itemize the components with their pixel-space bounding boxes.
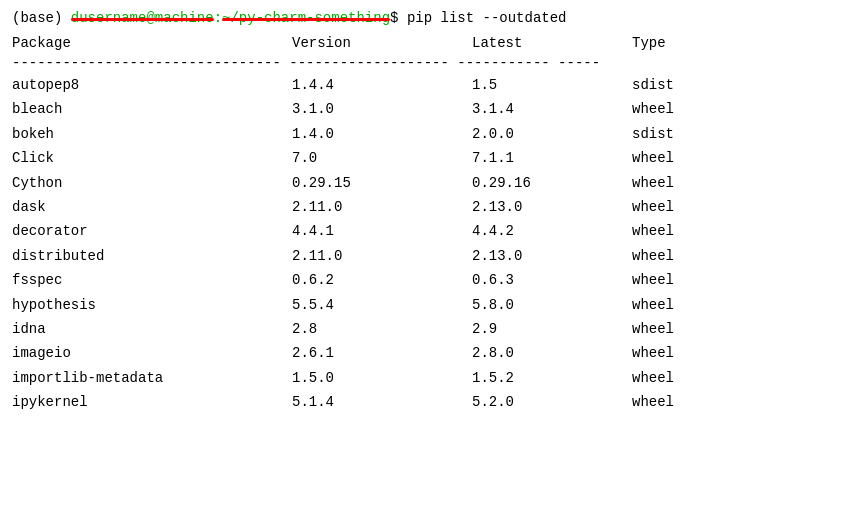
cell-latest-7: 2.13.0: [472, 245, 632, 267]
table-row: fsspec0.6.20.6.3wheel: [12, 268, 841, 292]
cell-version-5: 2.11.0: [292, 196, 472, 218]
cell-type-4: wheel: [632, 172, 732, 194]
prompt-colon: :: [214, 10, 222, 26]
cell-package-11: imageio: [12, 342, 292, 364]
cell-latest-9: 5.8.0: [472, 294, 632, 316]
cell-latest-2: 2.0.0: [472, 123, 632, 145]
cell-package-0: autopep8: [12, 74, 292, 96]
command-text: pip list --outdated: [407, 10, 567, 26]
table-header-row: Package Version Latest Type: [12, 33, 841, 53]
table-row: ipykernel5.1.45.2.0wheel: [12, 390, 841, 414]
cell-type-2: sdist: [632, 123, 732, 145]
cell-latest-8: 0.6.3: [472, 269, 632, 291]
prompt-line: (base) dusername@machine:~/py-charm-some…: [12, 8, 841, 29]
cell-version-13: 5.1.4: [292, 391, 472, 413]
table-row: imageio2.6.12.8.0wheel: [12, 341, 841, 365]
table-body: autopep81.4.41.5sdistbleach3.1.03.1.4whe…: [12, 73, 841, 414]
table-row: importlib-metadata1.5.01.5.2wheel: [12, 366, 841, 390]
cell-type-5: wheel: [632, 196, 732, 218]
table-row: bleach3.1.03.1.4wheel: [12, 97, 841, 121]
cell-package-2: bokeh: [12, 123, 292, 145]
cell-package-13: ipykernel: [12, 391, 292, 413]
cell-type-12: wheel: [632, 367, 732, 389]
cell-package-6: decorator: [12, 220, 292, 242]
cell-package-8: fsspec: [12, 269, 292, 291]
cell-type-10: wheel: [632, 318, 732, 340]
cell-version-2: 1.4.0: [292, 123, 472, 145]
col-header-latest: Latest: [472, 35, 632, 51]
cell-latest-3: 7.1.1: [472, 147, 632, 169]
cell-version-1: 3.1.0: [292, 98, 472, 120]
cell-type-11: wheel: [632, 342, 732, 364]
table-row: dask2.11.02.13.0wheel: [12, 195, 841, 219]
table-row: autopep81.4.41.5sdist: [12, 73, 841, 97]
cell-version-12: 1.5.0: [292, 367, 472, 389]
table-row: idna2.82.9wheel: [12, 317, 841, 341]
table-row: decorator4.4.14.4.2wheel: [12, 219, 841, 243]
cell-latest-11: 2.8.0: [472, 342, 632, 364]
cell-type-3: wheel: [632, 147, 732, 169]
cell-package-4: Cython: [12, 172, 292, 194]
cell-version-3: 7.0: [292, 147, 472, 169]
cell-package-12: importlib-metadata: [12, 367, 292, 389]
cell-type-8: wheel: [632, 269, 732, 291]
terminal-window: (base) dusername@machine:~/py-charm-some…: [0, 0, 853, 516]
prompt-base: (base): [12, 10, 71, 26]
cell-version-4: 0.29.15: [292, 172, 472, 194]
cell-latest-12: 1.5.2: [472, 367, 632, 389]
cell-package-7: distributed: [12, 245, 292, 267]
cell-version-9: 5.5.4: [292, 294, 472, 316]
col-header-version: Version: [292, 35, 472, 51]
cell-latest-13: 5.2.0: [472, 391, 632, 413]
col-header-type: Type: [632, 35, 732, 51]
table-row: Click7.07.1.1wheel: [12, 146, 841, 170]
username-redacted: dusername@machine: [71, 8, 214, 29]
cell-version-11: 2.6.1: [292, 342, 472, 364]
cell-type-1: wheel: [632, 98, 732, 120]
table-row: distributed2.11.02.13.0wheel: [12, 244, 841, 268]
cell-type-0: sdist: [632, 74, 732, 96]
cell-latest-0: 1.5: [472, 74, 632, 96]
prompt-dollar: $: [390, 10, 407, 26]
cell-package-5: dask: [12, 196, 292, 218]
cell-package-10: idna: [12, 318, 292, 340]
cell-type-6: wheel: [632, 220, 732, 242]
cell-type-9: wheel: [632, 294, 732, 316]
cell-type-7: wheel: [632, 245, 732, 267]
cell-package-3: Click: [12, 147, 292, 169]
cell-package-1: bleach: [12, 98, 292, 120]
table-divider: -------------------------------- -------…: [12, 55, 841, 71]
cell-version-6: 4.4.1: [292, 220, 472, 242]
cell-version-10: 2.8: [292, 318, 472, 340]
cell-type-13: wheel: [632, 391, 732, 413]
cell-package-9: hypothesis: [12, 294, 292, 316]
table-row: hypothesis5.5.45.8.0wheel: [12, 293, 841, 317]
cell-latest-6: 4.4.2: [472, 220, 632, 242]
package-table: Package Version Latest Type ------------…: [12, 33, 841, 414]
col-header-package: Package: [12, 35, 292, 51]
cell-version-7: 2.11.0: [292, 245, 472, 267]
table-row: Cython0.29.150.29.16wheel: [12, 171, 841, 195]
cell-version-0: 1.4.4: [292, 74, 472, 96]
cell-latest-5: 2.13.0: [472, 196, 632, 218]
cell-latest-10: 2.9: [472, 318, 632, 340]
cell-latest-4: 0.29.16: [472, 172, 632, 194]
path-redacted: ~/py-charm-something: [222, 8, 390, 29]
table-row: bokeh1.4.02.0.0sdist: [12, 122, 841, 146]
cell-version-8: 0.6.2: [292, 269, 472, 291]
cell-latest-1: 3.1.4: [472, 98, 632, 120]
